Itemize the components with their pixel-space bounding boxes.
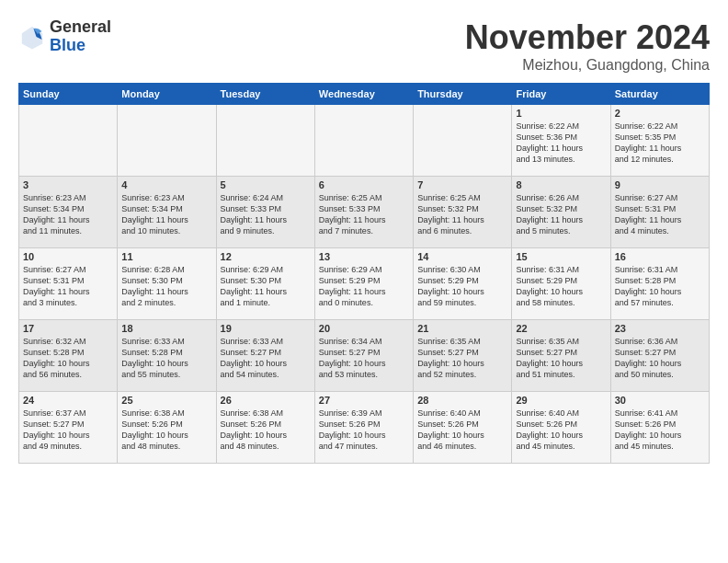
calendar-cell: [314, 105, 413, 177]
calendar-cell: 11Sunrise: 6:28 AM Sunset: 5:30 PM Dayli…: [118, 248, 216, 320]
day-number: 23: [615, 323, 705, 334]
logo-text: General Blue: [50, 18, 111, 55]
day-info: Sunrise: 6:39 AM Sunset: 5:26 PM Dayligh…: [319, 408, 409, 453]
day-info: Sunrise: 6:26 AM Sunset: 5:32 PM Dayligh…: [516, 192, 606, 237]
logo-blue: Blue: [50, 37, 111, 55]
calendar-cell: 28Sunrise: 6:40 AM Sunset: 5:26 PM Dayli…: [414, 392, 512, 464]
calendar-week-2: 3Sunrise: 6:23 AM Sunset: 5:34 PM Daylig…: [19, 177, 710, 248]
calendar-cell: 18Sunrise: 6:33 AM Sunset: 5:28 PM Dayli…: [118, 320, 216, 392]
day-info: Sunrise: 6:22 AM Sunset: 5:35 PM Dayligh…: [615, 121, 705, 166]
day-number: 22: [516, 323, 606, 334]
day-number: 6: [319, 179, 409, 190]
day-info: Sunrise: 6:41 AM Sunset: 5:26 PM Dayligh…: [615, 408, 705, 453]
calendar-cell: 25Sunrise: 6:38 AM Sunset: 5:26 PM Dayli…: [118, 392, 216, 464]
day-info: Sunrise: 6:37 AM Sunset: 5:27 PM Dayligh…: [23, 408, 113, 453]
day-number: 20: [319, 323, 409, 334]
day-number: 15: [516, 251, 606, 262]
logo-general: General: [50, 18, 111, 37]
calendar-cell: 14Sunrise: 6:30 AM Sunset: 5:29 PM Dayli…: [414, 248, 512, 320]
calendar-table: SundayMondayTuesdayWednesdayThursdayFrid…: [18, 83, 710, 464]
day-info: Sunrise: 6:34 AM Sunset: 5:27 PM Dayligh…: [319, 336, 409, 381]
day-number: 1: [516, 108, 606, 119]
calendar-week-1: 1Sunrise: 6:22 AM Sunset: 5:36 PM Daylig…: [19, 105, 710, 177]
calendar-cell: 27Sunrise: 6:39 AM Sunset: 5:26 PM Dayli…: [314, 392, 413, 464]
day-info: Sunrise: 6:31 AM Sunset: 5:28 PM Dayligh…: [615, 264, 705, 309]
day-number: 17: [23, 323, 113, 334]
weekday-header-tuesday: Tuesday: [216, 84, 314, 105]
day-number: 28: [417, 395, 507, 406]
day-number: 7: [417, 179, 507, 190]
calendar-cell: [414, 105, 512, 177]
day-number: 18: [121, 323, 211, 334]
day-number: 10: [23, 251, 113, 262]
day-number: 16: [615, 251, 705, 262]
day-info: Sunrise: 6:33 AM Sunset: 5:27 PM Dayligh…: [221, 336, 311, 381]
day-number: 14: [417, 251, 507, 262]
day-info: Sunrise: 6:25 AM Sunset: 5:32 PM Dayligh…: [417, 192, 507, 237]
day-info: Sunrise: 6:23 AM Sunset: 5:34 PM Dayligh…: [121, 192, 211, 237]
page: General Blue November 2024 Meizhou, Guan…: [0, 0, 728, 563]
day-info: Sunrise: 6:35 AM Sunset: 5:27 PM Dayligh…: [417, 336, 507, 381]
day-info: Sunrise: 6:32 AM Sunset: 5:28 PM Dayligh…: [23, 336, 113, 381]
logo-icon: [18, 23, 46, 51]
day-number: 9: [615, 179, 705, 190]
calendar-cell: 5Sunrise: 6:24 AM Sunset: 5:33 PM Daylig…: [216, 177, 314, 248]
day-info: Sunrise: 6:27 AM Sunset: 5:31 PM Dayligh…: [23, 264, 113, 309]
calendar-week-4: 17Sunrise: 6:32 AM Sunset: 5:28 PM Dayli…: [19, 320, 710, 392]
calendar-cell: 2Sunrise: 6:22 AM Sunset: 5:35 PM Daylig…: [610, 105, 709, 177]
calendar-cell: 3Sunrise: 6:23 AM Sunset: 5:34 PM Daylig…: [19, 177, 118, 248]
calendar-cell: [19, 105, 118, 177]
day-info: Sunrise: 6:24 AM Sunset: 5:33 PM Dayligh…: [221, 192, 311, 237]
day-info: Sunrise: 6:27 AM Sunset: 5:31 PM Dayligh…: [615, 192, 705, 237]
location: Meizhou, Guangdong, China: [465, 57, 710, 74]
calendar-cell: 23Sunrise: 6:36 AM Sunset: 5:27 PM Dayli…: [610, 320, 709, 392]
calendar-cell: 9Sunrise: 6:27 AM Sunset: 5:31 PM Daylig…: [610, 177, 709, 248]
day-number: 3: [23, 179, 113, 190]
day-number: 21: [417, 323, 507, 334]
day-info: Sunrise: 6:33 AM Sunset: 5:28 PM Dayligh…: [121, 336, 211, 381]
calendar-cell: 15Sunrise: 6:31 AM Sunset: 5:29 PM Dayli…: [512, 248, 610, 320]
day-number: 19: [221, 323, 311, 334]
day-info: Sunrise: 6:30 AM Sunset: 5:29 PM Dayligh…: [417, 264, 507, 309]
calendar-cell: 7Sunrise: 6:25 AM Sunset: 5:32 PM Daylig…: [414, 177, 512, 248]
calendar-cell: [118, 105, 216, 177]
day-number: 27: [319, 395, 409, 406]
day-number: 24: [23, 395, 113, 406]
calendar-cell: 24Sunrise: 6:37 AM Sunset: 5:27 PM Dayli…: [19, 392, 118, 464]
title-block: November 2024 Meizhou, Guangdong, China: [465, 18, 710, 74]
calendar-body: 1Sunrise: 6:22 AM Sunset: 5:36 PM Daylig…: [19, 105, 710, 464]
day-info: Sunrise: 6:28 AM Sunset: 5:30 PM Dayligh…: [121, 264, 211, 309]
calendar-header: SundayMondayTuesdayWednesdayThursdayFrid…: [19, 84, 710, 105]
month-title: November 2024: [465, 18, 710, 57]
calendar-cell: 8Sunrise: 6:26 AM Sunset: 5:32 PM Daylig…: [512, 177, 610, 248]
day-info: Sunrise: 6:29 AM Sunset: 5:29 PM Dayligh…: [319, 264, 409, 309]
calendar-week-3: 10Sunrise: 6:27 AM Sunset: 5:31 PM Dayli…: [19, 248, 710, 320]
day-info: Sunrise: 6:35 AM Sunset: 5:27 PM Dayligh…: [516, 336, 606, 381]
calendar-cell: 12Sunrise: 6:29 AM Sunset: 5:30 PM Dayli…: [216, 248, 314, 320]
calendar-cell: 4Sunrise: 6:23 AM Sunset: 5:34 PM Daylig…: [118, 177, 216, 248]
calendar-cell: 16Sunrise: 6:31 AM Sunset: 5:28 PM Dayli…: [610, 248, 709, 320]
day-number: 5: [221, 179, 311, 190]
weekday-row: SundayMondayTuesdayWednesdayThursdayFrid…: [19, 84, 710, 105]
logo: General Blue: [18, 18, 111, 55]
day-info: Sunrise: 6:29 AM Sunset: 5:30 PM Dayligh…: [221, 264, 311, 309]
calendar-cell: 21Sunrise: 6:35 AM Sunset: 5:27 PM Dayli…: [414, 320, 512, 392]
weekday-header-sunday: Sunday: [19, 84, 118, 105]
day-info: Sunrise: 6:36 AM Sunset: 5:27 PM Dayligh…: [615, 336, 705, 381]
calendar-cell: 17Sunrise: 6:32 AM Sunset: 5:28 PM Dayli…: [19, 320, 118, 392]
day-info: Sunrise: 6:38 AM Sunset: 5:26 PM Dayligh…: [221, 408, 311, 453]
day-info: Sunrise: 6:25 AM Sunset: 5:33 PM Dayligh…: [319, 192, 409, 237]
calendar-cell: 6Sunrise: 6:25 AM Sunset: 5:33 PM Daylig…: [314, 177, 413, 248]
calendar-cell: 19Sunrise: 6:33 AM Sunset: 5:27 PM Dayli…: [216, 320, 314, 392]
day-info: Sunrise: 6:31 AM Sunset: 5:29 PM Dayligh…: [516, 264, 606, 309]
day-number: 8: [516, 179, 606, 190]
day-info: Sunrise: 6:22 AM Sunset: 5:36 PM Dayligh…: [516, 121, 606, 166]
weekday-header-saturday: Saturday: [610, 84, 709, 105]
day-number: 4: [121, 179, 211, 190]
calendar-cell: 26Sunrise: 6:38 AM Sunset: 5:26 PM Dayli…: [216, 392, 314, 464]
day-number: 29: [516, 395, 606, 406]
weekday-header-wednesday: Wednesday: [314, 84, 413, 105]
weekday-header-friday: Friday: [512, 84, 610, 105]
day-number: 26: [221, 395, 311, 406]
calendar-cell: 22Sunrise: 6:35 AM Sunset: 5:27 PM Dayli…: [512, 320, 610, 392]
